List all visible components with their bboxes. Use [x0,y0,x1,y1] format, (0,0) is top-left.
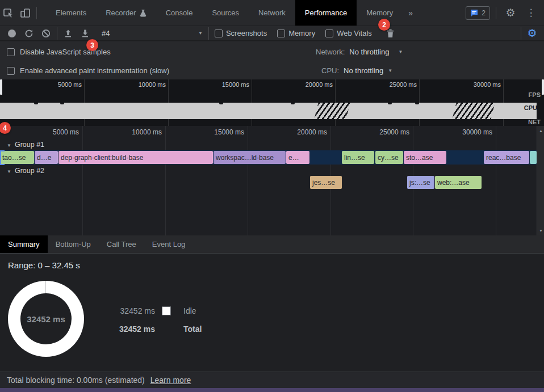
triangle-down-icon [7,141,11,149]
performance-toolbar: #4 ▼ ScreenshotsMemoryWeb Vitals ⚙ [0,26,544,41]
issues-count: 2 [482,9,486,17]
group-header-group-2[interactable]: Group #2 [7,166,44,175]
checkbox-label: Disable JavaScript samples [20,48,111,56]
group-track-row: tao…sed…edep-graph-client:build-basework… [0,150,537,165]
tab-network[interactable]: Network [249,0,295,26]
flame-event-bar[interactable]: cy…se [375,151,403,164]
cpu-lane-label: CPU [524,104,537,111]
footer-bar: Total blocking time: 0.00ms (estimated) … [0,372,544,388]
settings-gear-icon[interactable]: ⚙ [502,5,519,22]
range-label: Range: 0 – 32.45 s [8,260,80,270]
tab-label: Console [166,9,193,17]
chevron-down-icon: ▼ [388,68,392,73]
cpu-notch [388,103,392,104]
checkbox[interactable] [7,48,15,56]
inspect-element-icon[interactable] [0,5,17,22]
capture-settings-gear-icon[interactable]: ⚙ [524,25,541,42]
flame-event-bar[interactable]: workspac…ld-base [214,151,286,164]
track-selection-bracket [0,150,5,165]
flame-event-bar[interactable] [530,151,537,164]
flame-event-label: d…e [35,154,51,162]
load-profile-icon[interactable] [60,25,77,42]
flame-event-label: cy…se [375,154,399,162]
flame-event-label: workspac…ld-base [214,154,274,162]
network-throttling[interactable]: Network: No throttling ▼ [316,48,403,56]
desktop-strip [0,388,544,392]
flame-tick-label: 30000 ms [413,128,492,136]
annotation-badge-2[interactable]: 2 [378,19,390,31]
checkbox[interactable] [7,67,15,75]
cpu-notch [34,103,38,104]
tab-console[interactable]: Console [156,0,203,26]
chevron-down-icon[interactable]: ▼ [198,31,203,36]
cpu-notch [219,103,223,104]
summary-panel: Range: 0 – 32.45 s 32452 ms 32452 msIdle… [0,254,544,372]
donut-total-label: 32452 ms [27,314,65,324]
flame-event-bar[interactable]: lin…se [342,151,374,164]
scroll-down-icon[interactable]: ▼ [537,229,544,233]
checkbox[interactable] [215,29,223,37]
flame-event-label: jes…se [310,179,335,187]
flame-chart[interactable]: 5000 ms10000 ms15000 ms20000 ms25000 ms3… [0,126,544,235]
flame-event-label: sto…ase [404,154,433,162]
flame-event-bar[interactable]: dep-graph-client:build-base [58,151,213,164]
capture-checkbox-screenshots[interactable]: Screenshots [215,29,267,37]
tab-label: Recorder [106,9,136,17]
details-tab-bottom-up[interactable]: Bottom-Up [48,235,99,253]
issues-counter[interactable]: 2 [466,6,490,20]
details-tab-call-tree[interactable]: Call Tree [99,235,144,253]
cpu-notch [60,103,64,104]
group-header-group-1[interactable]: Group #1 [7,140,44,149]
flame-event-bar[interactable]: reac…base [484,151,529,164]
tab-label: Elements [56,9,86,17]
cpu-throttling[interactable]: CPU: No throttling ▼ [321,66,392,75]
clear-icon[interactable] [37,25,55,42]
message-bubble-icon [470,9,478,16]
details-tab-event-log[interactable]: Event Log [144,235,194,253]
reload-record-icon[interactable] [20,25,37,42]
tab-label: Performance [305,9,347,17]
flame-event-bar[interactable]: web:…ase [435,176,482,189]
details-tab-summary[interactable]: Summary [0,235,48,253]
tab-sources[interactable]: Sources [202,0,249,26]
capture-checkbox-memory[interactable]: Memory [277,29,315,37]
divider [57,27,57,40]
flame-tick-label: 5000 ms [0,128,79,136]
flame-event-bar[interactable]: sto…ase [404,151,446,164]
tab-label: Sources [212,9,239,17]
checkbox[interactable] [277,29,285,37]
flame-event-bar[interactable]: d…e [35,151,58,164]
legend-label: Total [183,324,202,334]
advanced-paint-row[interactable]: Enable advanced paint instrumentation (s… [7,66,169,75]
tab-recorder[interactable]: Recorder [96,0,156,26]
flame-event-bar[interactable]: jes…se [310,176,342,189]
group-label: Group #1 [15,141,44,149]
cpu-hatch-region [452,103,495,119]
vertical-scrollbar[interactable]: ▲ ▼ [537,126,544,235]
capture-checkbox-web-vitals[interactable]: Web Vitals [325,29,372,37]
overview-tick-label: 15000 ms [170,81,249,88]
flame-event-bar[interactable]: tao…se [0,151,34,164]
overview-right-handle[interactable] [542,79,544,95]
cpu-activity-band [0,103,537,119]
flame-event-bar[interactable]: e… [286,151,309,164]
tab-performance[interactable]: Performance [295,0,357,26]
overview-left-handle[interactable] [0,79,2,95]
scroll-up-icon[interactable]: ▲ [537,129,544,133]
history-select[interactable]: #4 [102,29,198,37]
timeline-overview[interactable]: 5000 ms10000 ms15000 ms20000 ms25000 ms3… [0,79,544,126]
legend-value: 32452 ms [118,324,155,334]
learn-more-link[interactable]: Learn more [150,376,191,385]
chevron-down-icon: ▼ [398,49,403,54]
tab-elements[interactable]: Elements [46,0,96,26]
more-tabs-chevron[interactable]: » [403,9,419,18]
kebab-menu-icon[interactable]: ⋮ [522,5,539,22]
flame-event-bar[interactable]: js:…se [407,176,434,189]
record-icon[interactable] [3,25,20,42]
flame-event-label: e… [286,154,299,162]
annotation-badge-3[interactable]: 3 [86,39,98,51]
network-throttling-value: No throttling [349,48,389,56]
checkbox[interactable] [325,29,333,37]
device-toolbar-icon[interactable] [17,5,34,22]
legend-label: Idle [183,306,202,315]
